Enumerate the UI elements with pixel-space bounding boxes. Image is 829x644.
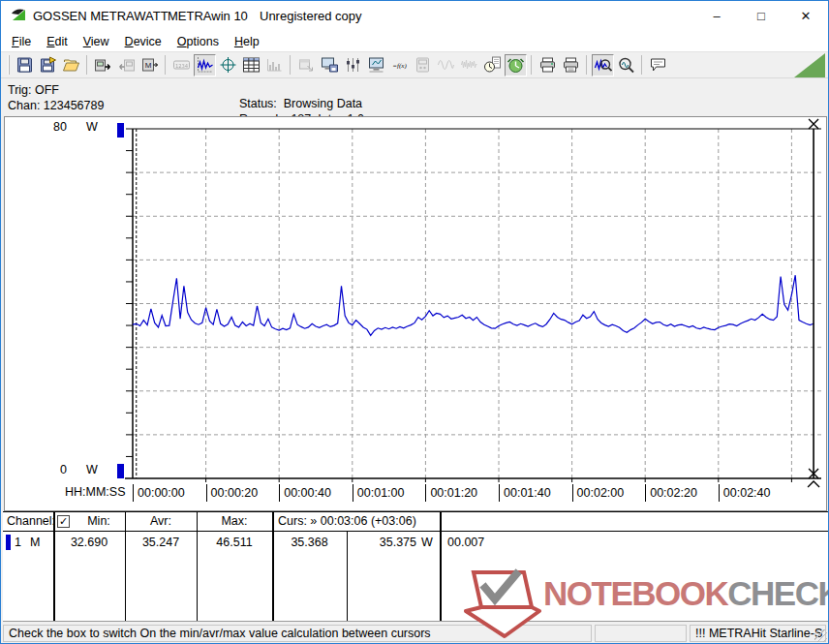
y-max-label: 80 <box>44 120 67 134</box>
channel-color-marker <box>6 535 11 550</box>
toolbar-separator <box>586 55 587 75</box>
live-timer-icon[interactable] <box>505 54 527 77</box>
power-trace <box>133 275 814 335</box>
toolbar-separator <box>531 55 532 75</box>
channel-1-axis-marker <box>117 123 124 138</box>
menu-bar: FileEditViewDeviceOptionsHelp <box>1 31 828 51</box>
y-unit-bottom-label: W <box>86 463 98 476</box>
numeric-display-icon: 1234 <box>170 54 193 77</box>
svg-text:M: M <box>144 61 151 70</box>
menu-item-device[interactable]: Device <box>117 33 169 50</box>
toolbar-separator <box>86 55 87 75</box>
menu-item-file[interactable]: File <box>4 33 39 50</box>
open-file-icon[interactable] <box>60 54 82 77</box>
minmax-checkbox[interactable]: ✓ <box>57 515 70 528</box>
status-empty-panel <box>595 625 687 642</box>
table-header-divider <box>3 531 828 532</box>
table-divider <box>53 512 55 621</box>
gossen-metrawatt-logo-icon <box>11 8 27 23</box>
table-divider <box>125 512 126 621</box>
header-cursor: Curs: » 00:03:06 (+03:06) <box>278 514 416 528</box>
chart-svg <box>5 117 826 510</box>
row-max-value: 46.511 <box>197 536 272 549</box>
print-preview-icon[interactable] <box>560 54 582 77</box>
save-as-icon[interactable] <box>37 54 59 77</box>
toolbar-grip <box>8 55 10 75</box>
export-view-icon <box>295 54 318 77</box>
status-bar: Check the box to switch On the min/avr/m… <box>1 623 828 644</box>
row-unit: W <box>421 536 433 549</box>
svg-text:=f(x): =f(x) <box>392 62 407 70</box>
table-divider <box>272 512 274 621</box>
svg-text:1234: 1234 <box>174 63 188 69</box>
header-channel: Channel: <box>7 514 55 528</box>
acquisition-info-panel: Trig: OFF Chan: 123456789 Status: Browsi… <box>1 78 828 116</box>
app-title: GOSSEN METRAWATT <box>33 1 169 31</box>
cursor-crosshair-icon[interactable] <box>217 54 239 77</box>
cursor-2-caret[interactable] <box>808 481 819 487</box>
row-avr-value: 35.247 <box>125 536 197 549</box>
read-device-icon[interactable] <box>92 54 114 77</box>
row-delta-value: 00.007 <box>447 536 484 549</box>
table-divider <box>440 512 442 621</box>
x-axis-format-label: HH:MM:SS <box>65 485 126 499</box>
write-device-icon <box>115 54 138 77</box>
header-min: Min: <box>73 514 125 528</box>
device-model-label: !!! METRAHit Starline-S <box>690 625 826 642</box>
chart-panel: 80 W 0 W HH:MM:SS 00:00:0000:00:2000:00:… <box>4 116 827 511</box>
window-controls: – □ ✕ <box>694 1 828 31</box>
print-icon[interactable] <box>537 54 559 77</box>
title-bar: GOSSEN METRAWATT METRAwin 10 Unregistere… <box>1 1 828 31</box>
toolbar: M1234=f(x) <box>1 51 828 78</box>
y-min-label: 0 <box>44 463 67 476</box>
channel-1-axis-marker <box>117 464 124 478</box>
row-min-value: 32.690 <box>53 536 125 549</box>
cursor-2-top-handle[interactable] <box>809 119 818 129</box>
menu-item-edit[interactable]: Edit <box>39 33 76 50</box>
trigger-status: Trig: OFF <box>8 83 59 97</box>
y-unit-top-label: W <box>86 120 98 134</box>
time-settings-icon[interactable] <box>481 54 504 77</box>
annotation-icon[interactable] <box>647 54 669 77</box>
zoom-curve-icon[interactable] <box>592 54 614 77</box>
toolbar-separator <box>290 55 291 75</box>
table-divider <box>197 512 198 621</box>
status-hint-text: Check the box to switch On the min/avr/m… <box>3 625 592 642</box>
resize-grip[interactable] <box>814 629 827 642</box>
menu-item-help[interactable]: Help <box>227 33 267 50</box>
histogram-icon <box>263 54 286 77</box>
save-file-icon[interactable] <box>14 54 36 77</box>
header-avr: Avr: <box>125 514 197 528</box>
toolbar-separator <box>165 55 166 75</box>
menu-item-view[interactable]: View <box>76 33 117 50</box>
analog-curve-icon <box>435 54 457 77</box>
device-memory-icon[interactable]: M <box>138 54 161 77</box>
row-cursor1-value: 35.368 <box>272 536 347 549</box>
channel-settings-icon[interactable] <box>342 54 364 77</box>
close-button[interactable]: ✕ <box>783 1 828 31</box>
toolbar-corner-triangle <box>794 53 825 77</box>
minimize-button[interactable]: – <box>694 1 739 31</box>
save-view-icon[interactable] <box>319 54 341 77</box>
formula-icon[interactable]: =f(x) <box>388 54 411 77</box>
header-max: Max: <box>197 514 272 528</box>
menu-item-options[interactable]: Options <box>169 33 227 50</box>
row-cursor2-value: 35.375 <box>347 536 416 549</box>
curve-chart-icon[interactable] <box>194 54 216 77</box>
row-channel-number: 1 <box>15 536 21 549</box>
license-label: Unregistered copy <box>260 1 362 31</box>
app-subtitle: METRAwin 10 <box>168 1 248 31</box>
device-panel-icon <box>412 54 434 77</box>
toolbar-separator <box>641 55 642 75</box>
row-channel-mode: M <box>30 536 40 549</box>
data-table-icon[interactable] <box>240 54 262 77</box>
measurement-table: Channel: ✓ Min: Avr: Max: Curs: » 00:03:… <box>3 511 828 622</box>
channel-list: Chan: 123456789 <box>8 99 104 112</box>
zoom-mode-icon[interactable] <box>615 54 637 77</box>
envelope-curve-icon <box>458 54 480 77</box>
metrawin-window: { "colors": { "window_border": "#2a7fd4"… <box>0 0 829 644</box>
pc-connection-icon[interactable] <box>365 54 387 77</box>
maximize-button[interactable]: □ <box>739 1 783 31</box>
